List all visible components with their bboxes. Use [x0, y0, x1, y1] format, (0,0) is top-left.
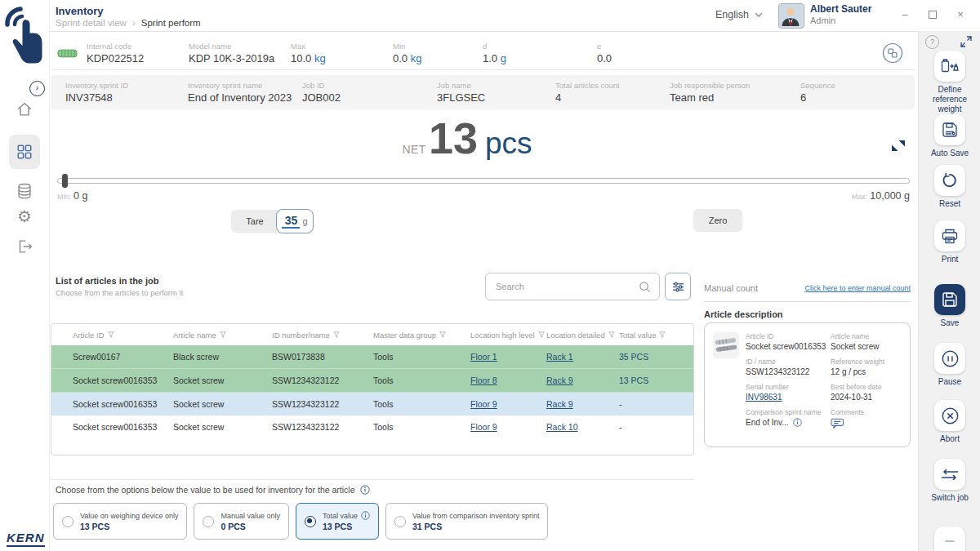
article-description-fields: Article IDSocket screw0016353 Article na… [746, 332, 902, 438]
table-row[interactable]: Socket screw0016353 Socket screw SSW1234… [51, 369, 693, 393]
option-manual-value[interactable]: Manual value only 0 PCS [194, 503, 289, 540]
sprint-field: Total articles count4 [555, 81, 670, 104]
maximize-icon [929, 11, 937, 19]
search-box [485, 273, 660, 300]
column-filter-icon[interactable] [220, 331, 226, 338]
serial-number-link[interactable]: INV98631 [746, 393, 831, 402]
zero-button[interactable]: Zero [693, 209, 742, 232]
column-filter-icon[interactable] [659, 331, 666, 338]
action-label: Auto Save [919, 149, 980, 158]
sidebar-item-home[interactable] [0, 100, 49, 118]
column-filter-icon[interactable] [538, 331, 545, 338]
help-icon[interactable]: ? [925, 35, 939, 49]
action-label: Save [919, 318, 980, 328]
device-field: Model name KDP 10K-3-2019a [189, 42, 291, 64]
tare-input[interactable] [282, 214, 300, 229]
pause-button[interactable] [934, 343, 965, 374]
article-thumbnail [713, 332, 739, 438]
action-pause: Pause [919, 343, 980, 387]
location-link[interactable]: Floor 8 [470, 375, 497, 385]
save-button[interactable] [934, 284, 965, 315]
radio-button-selected[interactable] [305, 516, 316, 527]
action-label: Switch job [919, 493, 980, 503]
device-link-icon[interactable] [882, 42, 903, 64]
net-value: 13 [429, 116, 478, 160]
articles-table: Article ID Article name ID number/name M… [51, 323, 694, 455]
weight-slider-handle[interactable] [62, 174, 68, 188]
display-expand-icon[interactable] [892, 140, 905, 151]
radio-button[interactable] [62, 516, 74, 527]
column-filter-icon[interactable] [108, 331, 114, 338]
table-row[interactable]: Screw00167 Black screw BSW0173838 Tools … [51, 345, 693, 369]
location-link[interactable]: Floor 9 [470, 422, 497, 432]
logout-icon [16, 238, 33, 256]
location-link[interactable]: Rack 1 [546, 352, 573, 362]
sidebar-expand-toggle[interactable]: › [29, 81, 45, 96]
print-button[interactable] [934, 220, 965, 251]
location-link[interactable]: Rack 10 [546, 422, 578, 432]
action-print: Print [919, 220, 980, 264]
minimize-button[interactable]: – [897, 7, 913, 23]
sprint-field: Job responsible personTeam red [670, 81, 800, 104]
define-reference-weight-button[interactable] [934, 51, 965, 82]
sprint-field: Job name3FLGSEC [437, 81, 555, 104]
action-label: Pause [919, 377, 980, 387]
search-input[interactable] [494, 281, 639, 292]
net-unit: pcs [485, 127, 532, 161]
scale-pan-icon [51, 47, 87, 60]
comment-icon[interactable] [831, 418, 844, 429]
manual-count-link[interactable]: Click here to enter manual count [804, 284, 911, 292]
table-row[interactable]: Socket screw0016353 Socket screw SSW1234… [51, 415, 693, 438]
filter-button[interactable] [665, 273, 691, 300]
location-link[interactable]: Rack 9 [546, 399, 573, 409]
sprint-info-bar: Inventory sprint IDINV37548 Inventory sp… [51, 75, 915, 109]
language-selector[interactable]: English [715, 9, 763, 20]
info-icon[interactable] [361, 511, 370, 520]
option-comparison-sprint[interactable]: Value from comparison inventory sprint 3… [385, 503, 548, 540]
info-icon[interactable] [360, 485, 370, 495]
abort-button[interactable] [934, 400, 965, 431]
manual-count-row: Manual count Click here to enter manual … [704, 283, 911, 293]
gear-icon: ⚙ [17, 208, 32, 224]
sidebar-item-modules[interactable] [0, 143, 49, 161]
sidebar-item-settings[interactable]: ⚙ [0, 208, 49, 224]
action-define-reference-weight: Define reference weight [919, 51, 980, 114]
column-filter-icon[interactable] [333, 331, 340, 338]
reset-button[interactable] [934, 165, 965, 196]
device-info-bar: Internal code KDP022512 Model name KDP 1… [51, 36, 915, 70]
manual-count-divider [704, 301, 911, 302]
device-field: Min 0.0 kg [393, 42, 483, 64]
switch-job-button[interactable] [934, 459, 965, 490]
device-field: d 1.0 g [483, 42, 597, 64]
location-link[interactable]: Rack 9 [546, 375, 573, 385]
location-link[interactable]: Floor 1 [470, 352, 497, 362]
info-icon[interactable] [793, 418, 802, 427]
breadcrumb: Sprint detail view › Sprint perform [56, 18, 201, 28]
action-save: Save [919, 284, 980, 328]
more-actions-button[interactable] [934, 527, 965, 551]
left-sidebar: › ⚙ KERN [0, 0, 50, 551]
sidebar-item-database[interactable] [0, 182, 49, 200]
sprint-field: Sequence6 [800, 81, 835, 104]
radio-button[interactable] [394, 516, 406, 527]
action-label: Abort [919, 434, 980, 444]
weight-slider-track[interactable] [57, 178, 910, 184]
breadcrumb-current: Sprint perform [141, 18, 201, 28]
column-filter-icon[interactable] [608, 331, 615, 338]
location-link[interactable]: Floor 9 [470, 399, 497, 409]
maximize-button[interactable] [924, 7, 941, 23]
tare-button[interactable]: Tare [231, 210, 278, 233]
panel-expand-icon[interactable] [960, 36, 972, 47]
database-icon [16, 182, 33, 200]
sidebar-item-logout[interactable] [0, 238, 49, 256]
avatar[interactable] [778, 3, 804, 29]
option-weighing-device[interactable]: Value on weighing device only 13 PCS [53, 503, 187, 540]
close-button[interactable]: × [952, 7, 969, 23]
radio-button[interactable] [203, 516, 214, 527]
table-row[interactable]: Socket screw0016353 Socket screw SSW1234… [51, 393, 693, 415]
option-total-value[interactable]: Total value 13 PCS [296, 503, 379, 540]
auto-save-button[interactable] [934, 114, 965, 145]
breadcrumb-parent[interactable]: Sprint detail view [56, 18, 127, 28]
column-filter-icon[interactable] [439, 331, 446, 338]
net-count-display: NET 13 pcs [51, 116, 884, 167]
